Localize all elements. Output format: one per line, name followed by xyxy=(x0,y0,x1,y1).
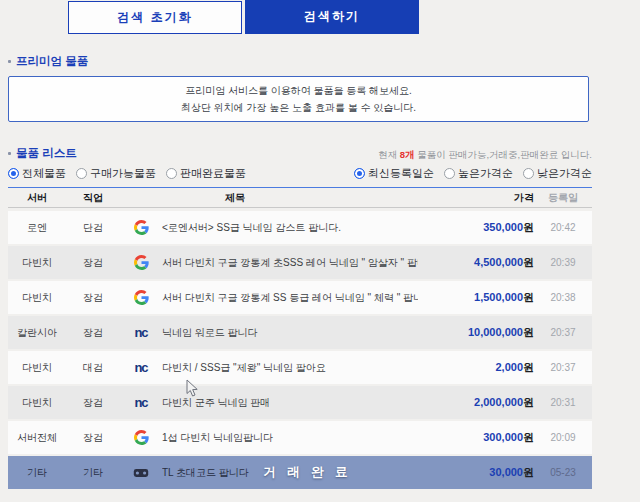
marketplace-page: 검색 초기화 검색하기 프리미엄 물품 프리미엄 서비스를 이용하여 물품을 등… xyxy=(0,0,640,502)
date-cell: 20:37 xyxy=(534,327,592,338)
price-cell: 1,500,000원 xyxy=(418,290,534,305)
job-cell: 장검 xyxy=(66,256,120,270)
ncsoft-icon: nc xyxy=(134,326,147,340)
radio-label: 전체물품 xyxy=(22,166,66,181)
radio-label: 최신등록일순 xyxy=(368,166,434,181)
ncsoft-icon: nc xyxy=(134,396,147,410)
table-row[interactable]: 서버전체 장검 1섭 다빈치 닉네임팝니다 300,000원 20:09 xyxy=(8,421,592,454)
radio-icon[interactable] xyxy=(76,168,87,179)
premium-banner-line2: 최상단 위치에 가장 높은 노출 효과를 볼 수 있습니다. xyxy=(181,101,416,115)
filter-radio-group: 전체물품구매가능물품판매완료물품 xyxy=(8,166,246,181)
job-cell: 단검 xyxy=(66,221,120,235)
status-suffix: 물품이 판매가능,거래중,판매완료 입니다. xyxy=(415,149,592,160)
listing-title: 1섭 다빈치 닉네임팝니다 xyxy=(162,431,418,445)
header-date: 등록일 xyxy=(534,191,592,205)
table-top-divider xyxy=(8,187,592,188)
radio-icon[interactable] xyxy=(523,168,534,179)
listing-title: 닉네임 워로드 팝니다 xyxy=(162,326,418,340)
price-cell: 2,000,000원 xyxy=(418,395,534,410)
price-cell: 350,000원 xyxy=(418,220,534,235)
premium-banner-line1: 프리미엄 서비스를 이용하여 물품을 등록 해보세요. xyxy=(185,84,412,98)
radio-label: 높은가격순 xyxy=(458,166,513,181)
listing-title: <로엔서버> SS급 닉네임 감스트 팝니다. xyxy=(162,221,418,235)
table-row[interactable]: 다빈치 장검 서버 다빈치 구글 깡통계 초SSS 레어 닉네임 " 암살자 "… xyxy=(8,246,592,279)
table-row[interactable]: 칼란시아 장검 nc 닉네임 워로드 팝니다 10,000,000원 20:37 xyxy=(8,316,592,349)
header-server: 서버 xyxy=(8,191,66,205)
search-reset-button[interactable]: 검색 초기화 xyxy=(68,1,242,34)
table-row[interactable]: 기타 기타 TL 초대코드 팝니다 거 래 완 료 30,000원 05-23 xyxy=(8,456,592,489)
job-cell: 기타 xyxy=(66,466,120,480)
server-cell: 다빈치 xyxy=(8,256,66,270)
sort-radio-group: 최신등록일순높은가격순낮은가격순 xyxy=(354,166,592,181)
google-icon xyxy=(134,255,149,270)
premium-banner[interactable]: 프리미엄 서비스를 이용하여 물품을 등록 해보세요. 최상단 위치에 가장 높… xyxy=(8,76,589,122)
gamepad-icon xyxy=(133,467,149,479)
bullet-icon xyxy=(8,60,11,63)
server-cell: 다빈치 xyxy=(8,361,66,375)
filter-option-판매완료물품[interactable]: 판매완료물품 xyxy=(166,166,246,181)
listing-icon-slot xyxy=(120,255,162,270)
google-icon xyxy=(134,430,149,445)
server-cell: 기타 xyxy=(8,466,66,480)
radio-label: 구매가능물품 xyxy=(90,166,156,181)
google-icon xyxy=(134,220,149,235)
listing-title: 다빈치 군주 닉네임 판매 xyxy=(162,396,418,410)
server-cell: 칼란시아 xyxy=(8,326,66,340)
job-cell: 장검 xyxy=(66,326,120,340)
table-header: 서버 직업 제목 가격 등록일 xyxy=(8,189,592,208)
sort-option-낮은가격순[interactable]: 낮은가격순 xyxy=(523,166,592,181)
listing-title: 다빈치 / SSS급 "제왕" 닉네임 팔아요 xyxy=(162,361,418,375)
table-row[interactable]: 다빈치 대검 nc 다빈치 / SSS급 "제왕" 닉네임 팔아요 2,000원… xyxy=(8,351,592,384)
ncsoft-icon: nc xyxy=(134,361,147,375)
sort-option-높은가격순[interactable]: 높은가격순 xyxy=(444,166,513,181)
date-cell: 20:39 xyxy=(534,257,592,268)
sort-option-최신등록일순[interactable]: 최신등록일순 xyxy=(354,166,434,181)
google-icon xyxy=(134,290,149,305)
radio-label: 판매완료물품 xyxy=(180,166,246,181)
job-cell: 대검 xyxy=(66,361,120,375)
price-cell: 30,000원 xyxy=(418,465,534,480)
bullet-icon xyxy=(8,152,11,155)
header-price: 가격 xyxy=(418,191,534,205)
price-cell: 10,000,000원 xyxy=(418,325,534,340)
job-cell: 장검 xyxy=(66,431,120,445)
filter-bar: 전체물품구매가능물품판매완료물품 최신등록일순높은가격순낮은가격순 xyxy=(8,166,592,181)
listing-icon-slot: nc xyxy=(120,360,162,375)
date-cell: 20:31 xyxy=(534,397,592,408)
item-count-status: 현재 8개 물품이 판매가능,거래중,판매완료 입니다. xyxy=(378,149,592,162)
header-job: 직업 xyxy=(66,191,120,205)
filter-option-전체물품[interactable]: 전체물품 xyxy=(8,166,66,181)
header-title: 제목 xyxy=(162,191,418,205)
server-cell: 서버전체 xyxy=(8,431,66,445)
price-cell: 300,000원 xyxy=(418,430,534,445)
job-cell: 장검 xyxy=(66,291,120,305)
server-cell: 다빈치 xyxy=(8,291,66,305)
radio-icon[interactable] xyxy=(8,168,19,179)
radio-icon[interactable] xyxy=(166,168,177,179)
date-cell: 20:42 xyxy=(534,222,592,233)
server-cell: 다빈치 xyxy=(8,396,66,410)
job-cell: 장검 xyxy=(66,396,120,410)
table-row[interactable]: 다빈치 장검 nc 다빈치 군주 닉네임 판매 2,000,000원 20:31 xyxy=(8,386,592,419)
list-title-label: 물품 리스트 xyxy=(16,146,77,161)
status-count: 8개 xyxy=(400,149,415,160)
status-watermark: 거 래 완 료 xyxy=(263,456,351,489)
listing-rows: 로엔 단검 <로엔서버> SS급 닉네임 감스트 팝니다. 350,000원 2… xyxy=(8,211,592,491)
radio-icon[interactable] xyxy=(354,168,365,179)
server-cell: 로엔 xyxy=(8,221,66,235)
radio-icon[interactable] xyxy=(444,168,455,179)
premium-title-label: 프리미엄 물품 xyxy=(16,54,88,69)
search-button[interactable]: 검색하기 xyxy=(245,0,419,34)
table-row[interactable]: 로엔 단검 <로엔서버> SS급 닉네임 감스트 팝니다. 350,000원 2… xyxy=(8,211,592,244)
price-cell: 2,000원 xyxy=(418,360,534,375)
table-row[interactable]: 다빈치 장검 서버 다빈치 구글 깡통계 SS 등급 레어 닉네임 " 체력 "… xyxy=(8,281,592,314)
price-cell: 4,500,000원 xyxy=(418,255,534,270)
listing-icon-slot xyxy=(120,220,162,235)
radio-label: 낮은가격순 xyxy=(537,166,592,181)
date-cell: 20:09 xyxy=(534,432,592,443)
listing-icon-slot: nc xyxy=(120,325,162,340)
filter-option-구매가능물품[interactable]: 구매가능물품 xyxy=(76,166,156,181)
list-section-title: 물품 리스트 xyxy=(8,146,77,161)
listing-icon-slot xyxy=(120,290,162,305)
date-cell: 20:38 xyxy=(534,292,592,303)
